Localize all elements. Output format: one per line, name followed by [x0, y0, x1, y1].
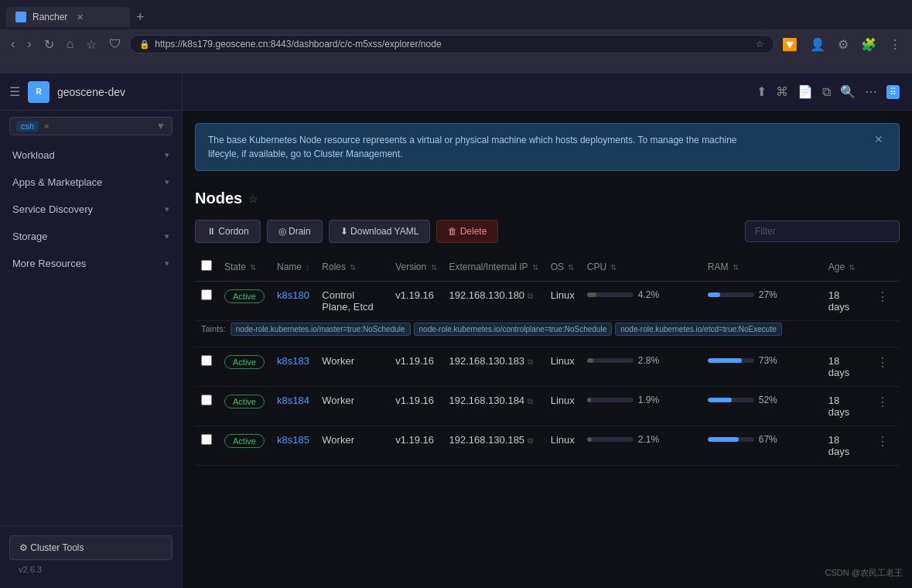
banner-close-button[interactable]: ✕ [871, 133, 886, 145]
banner-text: The base Kubernetes Node resource repres… [208, 133, 871, 161]
col-cpu[interactable]: CPU ⇅ [581, 252, 702, 282]
col-version[interactable]: Version ⇅ [389, 252, 442, 282]
copy-ip-icon[interactable]: ⧉ [528, 436, 533, 445]
node-ram: 73% [702, 347, 822, 387]
home-button[interactable]: ⌂ [62, 34, 79, 54]
taint-tag: node-role.kubernetes.io/etcd=true:NoExec… [615, 323, 782, 336]
star-url-icon[interactable]: ☆ [756, 39, 764, 50]
node-roles: Worker [316, 387, 389, 426]
node-cpu: 1.9% [581, 387, 702, 426]
address-bar[interactable]: 🔒 https://k8s179.geoscene.cn:8443/dashbo… [129, 35, 774, 53]
select-all-checkbox[interactable] [201, 260, 212, 271]
cluster-tools-label: ⚙ Cluster Tools [19, 542, 84, 553]
settings-button[interactable]: ⚙ [833, 34, 853, 55]
main-content: ⬆ ⌘ 📄 ⧉ 🔍 ⋯ ⠿ The base Kubernetes Node r… [183, 74, 912, 588]
row-checkbox[interactable] [201, 434, 212, 445]
sidebar-item-workload[interactable]: Workload ▾ [0, 142, 182, 169]
col-os[interactable]: OS ⇅ [545, 252, 581, 282]
favorite-icon[interactable]: ☆ [248, 193, 258, 205]
download-label: ⬇ Download YAML [340, 226, 419, 237]
cordon-button[interactable]: ⏸ Cordon [195, 220, 261, 243]
page-header: Nodes ☆ [183, 183, 912, 220]
terminal-icon[interactable]: ⌘ [776, 84, 788, 99]
taints-label: Taints: [201, 324, 226, 333]
node-age: 18 days [822, 282, 866, 321]
row-checkbox[interactable] [201, 289, 212, 300]
col-actions [866, 252, 900, 282]
node-name-link[interactable]: k8s184 [277, 395, 309, 406]
node-os: Linux [545, 282, 581, 321]
more-menu-button[interactable]: ⋮ [884, 34, 906, 55]
profile-avatar[interactable]: 🧩 [856, 34, 881, 55]
node-name-link[interactable]: k8s183 [277, 355, 309, 367]
col-ram[interactable]: RAM ⇅ [702, 252, 822, 282]
shield-icon: 🛡 [104, 34, 126, 54]
node-version: v1.19.16 [389, 347, 442, 387]
back-button[interactable]: ‹ [6, 34, 19, 54]
node-os: Linux [545, 426, 581, 466]
table-row: Active k8s185 Worker v1.19.16 192.168.13… [195, 426, 900, 466]
tab-title: Rancher [32, 12, 67, 22]
copy-ip-icon[interactable]: ⧉ [528, 292, 533, 300]
file-icon[interactable]: 📄 [798, 84, 813, 99]
col-name[interactable]: Name ↕ [271, 252, 316, 282]
search-icon[interactable]: 🔍 [840, 84, 856, 99]
node-ip: 192.168.130.185⧉ [443, 426, 545, 466]
download-yaml-button[interactable]: ⬇ Download YAML [329, 220, 431, 243]
col-ip[interactable]: External/Internal IP ⇅ [443, 252, 545, 282]
row-actions-button[interactable]: ⋮ [872, 433, 893, 450]
sidebar-header: ☰ R geoscene-dev [0, 74, 182, 111]
sidebar-item-storage[interactable]: Storage ▾ [0, 223, 182, 250]
more-options-icon[interactable]: ⋯ [865, 84, 877, 99]
table-row: Active k8s180 Control Plane, Etcd v1.19.… [195, 282, 900, 321]
context-tag: csh [16, 121, 39, 132]
row-actions-button[interactable]: ⋮ [872, 394, 893, 410]
active-tab[interactable]: Rancher ✕ [6, 7, 130, 27]
extensions-button[interactable]: 🔽 [777, 34, 802, 55]
sidebar-footer: ⚙ Cluster Tools v2.6.3 [0, 525, 182, 588]
copy-clusters-icon[interactable]: ⧉ [822, 85, 831, 99]
drain-button[interactable]: ◎ Drain [267, 220, 323, 243]
url-text: https://k8s179.geoscene.cn:8443/dashboar… [155, 39, 441, 50]
forward-button[interactable]: › [22, 34, 36, 54]
context-switcher[interactable]: csh ✕ ▼ [9, 117, 172, 135]
cluster-tools-button[interactable]: ⚙ Cluster Tools [9, 535, 172, 560]
sidebar: ☰ R geoscene-dev csh ✕ ▼ Workload ▾ Apps… [0, 74, 183, 588]
node-age: 18 days [822, 387, 866, 426]
service-discovery-chevron-icon: ▾ [165, 204, 169, 214]
tab-close-button[interactable]: ✕ [77, 12, 84, 22]
filter-input[interactable] [745, 220, 900, 242]
copy-ip-icon[interactable]: ⧉ [528, 357, 533, 366]
row-actions-button[interactable]: ⋮ [872, 354, 893, 371]
node-ram: 52% [702, 387, 822, 426]
bookmark-button[interactable]: ☆ [81, 34, 101, 55]
node-age: 18 days [822, 426, 866, 466]
context-close-icon[interactable]: ✕ [43, 122, 50, 131]
sidebar-item-more-resources[interactable]: More Resources ▾ [0, 250, 182, 277]
col-age[interactable]: Age ⇅ [822, 252, 866, 282]
copy-ip-icon[interactable]: ⧉ [528, 397, 533, 405]
node-cpu: 2.8% [581, 347, 702, 387]
row-checkbox[interactable] [201, 395, 212, 405]
taints-row: Taints:node-role.kubernetes.io/master=tr… [195, 321, 900, 347]
upload-icon[interactable]: ⬆ [757, 84, 767, 99]
node-name-link[interactable]: k8s185 [277, 434, 309, 446]
col-roles[interactable]: Roles ⇅ [316, 252, 389, 282]
node-name-link[interactable]: k8s180 [277, 289, 309, 301]
row-actions-button[interactable]: ⋮ [872, 289, 893, 305]
row-checkbox[interactable] [201, 355, 212, 366]
sidebar-item-service-discovery[interactable]: Service Discovery ▾ [0, 196, 182, 223]
profile-button[interactable]: 👤 [805, 34, 830, 55]
storage-chevron-icon: ▾ [165, 231, 169, 241]
node-ip: 192.168.130.180⧉ [443, 282, 545, 321]
grid-icon[interactable]: ⠿ [886, 85, 900, 99]
new-tab-button[interactable]: + [130, 9, 151, 26]
delete-button[interactable]: 🗑 Delete [436, 220, 498, 243]
sidebar-item-apps[interactable]: Apps & Marketplace ▾ [0, 169, 182, 196]
apps-label: Apps & Marketplace [12, 176, 102, 188]
reload-button[interactable]: ↻ [39, 34, 59, 55]
cluster-name: geoscene-dev [57, 86, 125, 98]
node-cpu: 2.1% [581, 426, 702, 466]
cordon-label: ⏸ Cordon [207, 226, 249, 237]
hamburger-menu[interactable]: ☰ [9, 84, 20, 99]
